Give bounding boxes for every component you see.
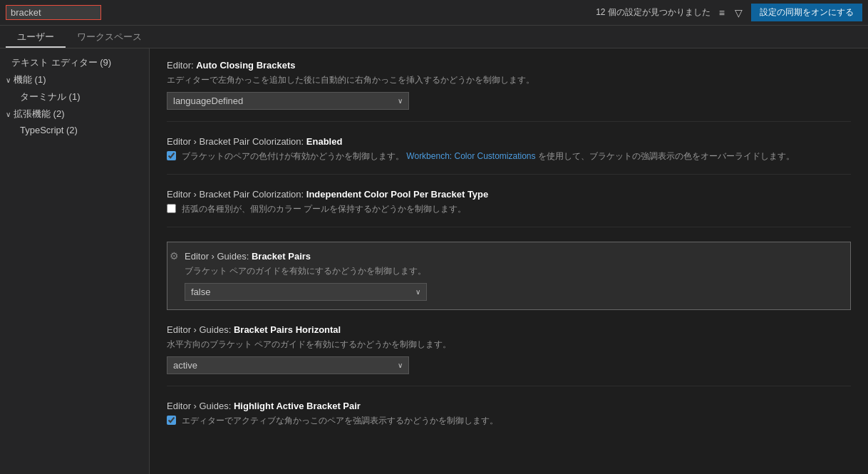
setting-title-bold: Highlight Active Bracket Pair	[234, 401, 361, 411]
sidebar-label: 拡張機能 (2)	[14, 108, 65, 120]
setting-guides-bracket-pairs: Editor › Guides: Bracket Pairs ブラケット ペアの…	[167, 242, 851, 310]
gear-icon: ⚙	[170, 250, 179, 262]
chevron-icon: ∨	[6, 110, 11, 118]
sidebar-label: テキスト エディター (9)	[11, 56, 111, 69]
main-content: テキスト エディター (9) ∨ 機能 (1) ターミナル (1) ∨ 拡張機能…	[0, 48, 868, 474]
setting-title: Editor › Bracket Pair Colorization: Enab…	[167, 136, 851, 147]
setting-title-bold: Independent Color Pool Per Bracket Type	[306, 189, 488, 200]
setting-title: Editor › Bracket Pair Colorization: Inde…	[167, 189, 851, 200]
settings-content: Editor: Auto Closing Brackets エディターで左角かっ…	[150, 48, 868, 474]
checkbox-row: エディターでアクティブな角かっこのペアを強調表示するかどうかを制御します。	[167, 414, 851, 427]
chevron-down-icon: ∨	[415, 288, 420, 296]
checkbox-highlight-active[interactable]	[167, 416, 176, 425]
checkbox-bracket-colorization[interactable]	[167, 151, 176, 160]
checkbox-row: ブラケットのペアの色付けが有効かどうかを制御します。 Workbench: Co…	[167, 150, 851, 163]
sidebar: テキスト エディター (9) ∨ 機能 (1) ターミナル (1) ∨ 拡張機能…	[0, 48, 150, 474]
chevron-down-icon: ∨	[398, 97, 403, 105]
chevron-down-icon: ∨	[398, 361, 403, 369]
dropdown-bracket-pairs[interactable]: false ∨	[185, 283, 427, 301]
setting-title-bold: Bracket Pairs	[252, 251, 311, 262]
list-filter-icon[interactable]: ≡	[716, 6, 728, 20]
setting-title: Editor › Guides: Highlight Active Bracke…	[167, 401, 851, 411]
setting-title-bold: Auto Closing Brackets	[196, 60, 295, 71]
checkbox-independent-color[interactable]	[167, 204, 176, 213]
sync-settings-button[interactable]: 設定の同期をオンにする	[751, 4, 862, 21]
search-results: 12 個の設定が見つかりました ≡ ▽ 設定の同期をオンにする	[596, 4, 862, 21]
search-input-wrapper[interactable]	[6, 5, 101, 20]
tab-user[interactable]: ユーザー	[6, 28, 66, 48]
sidebar-item-typescript[interactable]: TypeScript (2)	[0, 123, 149, 138]
setting-title-bold: Enabled	[306, 136, 343, 147]
setting-guides-bracket-pairs-wrapper: ⚙ Editor › Guides: Bracket Pairs ブラケット ペ…	[167, 242, 851, 310]
chevron-icon: ∨	[6, 76, 11, 84]
dropdown-value: false	[191, 287, 210, 297]
setting-title-bold: Bracket Pairs Horizontal	[234, 324, 341, 335]
setting-guides-bracket-pairs-horizontal: Editor › Guides: Bracket Pairs Horizonta…	[167, 324, 851, 386]
setting-highlight-active-bracket-pair: Editor › Guides: Highlight Active Bracke…	[167, 401, 851, 438]
setting-title: Editor › Guides: Bracket Pairs Horizonta…	[167, 324, 851, 335]
setting-desc: 括弧の各種別が、個別のカラー プールを保持するかどうかを制御します。	[182, 202, 466, 215]
filter-icons: ≡ ▽	[716, 6, 745, 20]
search-input[interactable]	[11, 7, 96, 18]
sidebar-label: 機能 (1)	[14, 73, 46, 86]
setting-independent-color-pool: Editor › Bracket Pair Colorization: Inde…	[167, 189, 851, 227]
setting-bracket-colorization-enabled: Editor › Bracket Pair Colorization: Enab…	[167, 136, 851, 175]
setting-title: Editor: Auto Closing Brackets	[167, 60, 851, 71]
search-bar: 12 個の設定が見つかりました ≡ ▽ 設定の同期をオンにする	[0, 0, 868, 26]
setting-desc: エディターでアクティブな角かっこのペアを強調表示するかどうかを制御します。	[182, 414, 498, 427]
sidebar-label: TypeScript (2)	[20, 125, 78, 135]
setting-desc: ブラケットのペアの色付けが有効かどうかを制御します。 Workbench: Co…	[182, 150, 795, 163]
setting-auto-closing-brackets: Editor: Auto Closing Brackets エディターで左角かっ…	[167, 60, 851, 122]
sidebar-item-features[interactable]: ∨ 機能 (1)	[0, 71, 149, 88]
tab-workspace[interactable]: ワークスペース	[66, 28, 153, 48]
setting-desc: 水平方向のブラケット ペアのガイドを有効にするかどうかを制御します。	[167, 338, 851, 351]
sidebar-item-extensions[interactable]: ∨ 拡張機能 (2)	[0, 105, 149, 123]
sidebar-item-text-editor[interactable]: テキスト エディター (9)	[0, 54, 149, 71]
sidebar-label: ターミナル (1)	[20, 91, 81, 103]
tab-row: ユーザー ワークスペース	[0, 26, 868, 48]
checkbox-row: 括弧の各種別が、個別のカラー プールを保持するかどうかを制御します。	[167, 202, 851, 215]
dropdown-bracket-pairs-horizontal[interactable]: active ∨	[167, 356, 409, 374]
dropdown-value: active	[173, 360, 197, 371]
dropdown-value: languageDefined	[173, 96, 243, 106]
results-count: 12 個の設定が見つかりました	[596, 6, 711, 19]
workbench-color-link[interactable]: Workbench: Color Customizations	[406, 151, 535, 161]
sidebar-item-terminal[interactable]: ターミナル (1)	[0, 88, 149, 105]
setting-desc: エディターで左角かっこを追加した後に自動的に右角かっこを挿入するかどうかを制御し…	[167, 73, 851, 86]
dropdown-auto-closing[interactable]: languageDefined ∨	[167, 92, 409, 110]
setting-desc: ブラケット ペアのガイドを有効にするかどうかを制御します。	[185, 264, 842, 277]
funnel-icon[interactable]: ▽	[732, 6, 745, 20]
setting-title: Editor › Guides: Bracket Pairs	[185, 251, 842, 262]
